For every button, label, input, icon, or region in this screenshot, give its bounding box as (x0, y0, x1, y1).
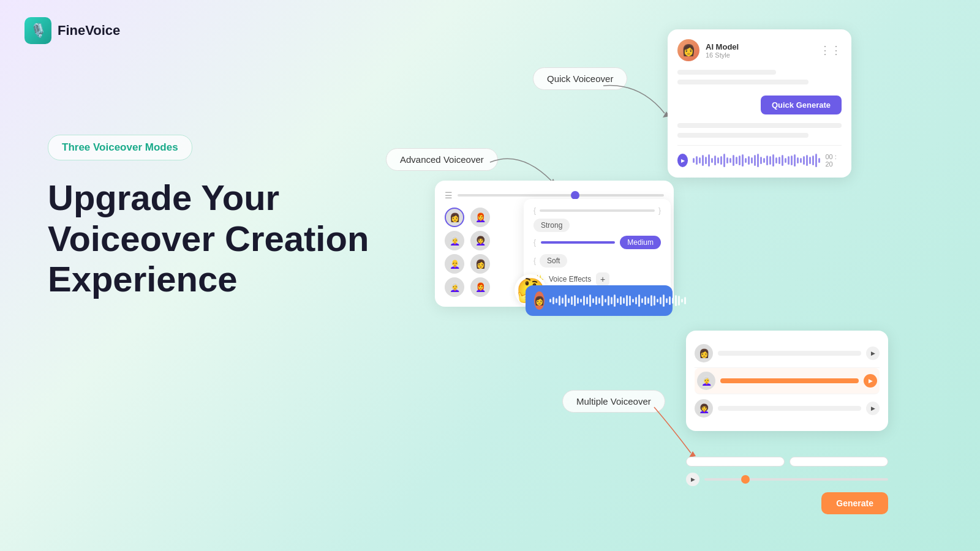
label-advanced-voiceover: Advanced Voiceover (386, 148, 498, 171)
app-logo-icon: 🎙️ (24, 17, 51, 44)
left-content-area: Three Voiceover Modes Upgrade Your Voice… (48, 135, 369, 300)
label-multiple-voiceover: Multiple Voiceover (562, 390, 665, 413)
voice-avatar-5: 👩‍🦲 (445, 254, 464, 274)
voice-avatar-8: 👩‍🦰 (470, 277, 490, 297)
slider-thumb[interactable] (571, 191, 579, 200)
skeleton-4 (677, 133, 809, 138)
multi-play-1[interactable]: ▶ (866, 347, 880, 360)
gen-slider-thumb[interactable] (741, 475, 750, 484)
skeleton-2 (677, 80, 809, 84)
export-button-2[interactable] (790, 457, 888, 467)
effect-tag-medium: Medium (620, 236, 661, 249)
multi-row-2[interactable]: 👩‍🦳 ▶ (695, 368, 880, 394)
bottom-generate-section: ▶ Generate (686, 457, 888, 514)
multi-row-3[interactable]: 👩‍🦱 ▶ (695, 394, 880, 422)
play-button-quick[interactable]: ▶ (677, 154, 688, 167)
multiple-voiceover-panel: 👩 ▶ 👩‍🦳 ▶ 👩‍🦱 ▶ (686, 331, 888, 431)
app-name: FineVoice (58, 23, 120, 39)
model-avatar: 👩 (677, 39, 699, 61)
effect-bar (541, 241, 615, 244)
arrow-quick (603, 80, 677, 122)
effect-tag-soft: Soft (540, 254, 567, 268)
mode-badge: Three Voiceover Modes (48, 135, 192, 160)
generate-buttons-row (686, 457, 888, 467)
export-button-1[interactable] (686, 457, 785, 467)
page-title: Upgrade Your Voiceover Creation Experien… (48, 178, 369, 300)
voice-avatar-1: 👩 (445, 208, 464, 227)
voice-avatar-4: 👩‍🦱 (470, 231, 490, 250)
audio-waveform (549, 294, 686, 307)
menu-icon[interactable]: ⋮⋮ (820, 43, 842, 57)
effects-panel: { } Strong { Medium { Soft ✨ Voice Effec… (524, 199, 671, 293)
multi-avatar-1: 👩 (695, 344, 713, 362)
multi-play-2[interactable]: ▶ (864, 374, 877, 388)
voice-avatar-2: 👩‍🦰 (470, 208, 490, 227)
voice-avatar-7: 👩‍🦳 (445, 277, 464, 297)
hamburger-icon: ☰ (445, 190, 453, 200)
quick-voiceover-card: 👩 AI Model 16 Style ⋮⋮ Quick Generate ▶ (668, 29, 851, 178)
model-sub: 16 Style (706, 51, 739, 59)
quick-generate-button[interactable]: Quick Generate (761, 96, 842, 114)
multi-bar-2 (720, 378, 859, 383)
slider-track[interactable] (458, 194, 664, 197)
effects-label: Voice Effects (549, 275, 591, 283)
app-header: 🎙️ FineVoice (24, 17, 120, 44)
time-label: 00 : 20 (825, 153, 842, 168)
gen-play-button[interactable]: ▶ (686, 473, 699, 486)
model-name: AI Model (706, 42, 739, 51)
multi-play-3[interactable]: ▶ (866, 402, 880, 415)
multi-bar-1 (718, 351, 861, 356)
multi-avatar-3: 👩‍🦱 (695, 399, 713, 418)
voice-avatar-3: 👩‍🦳 (445, 231, 464, 250)
effects-add-button[interactable]: + (596, 272, 609, 286)
effect-tag-strong: Strong (533, 219, 570, 232)
skeleton-1 (677, 70, 776, 75)
voice-avatar-6: 👩 (470, 254, 490, 274)
audio-result-avatar: 👩 (534, 291, 545, 310)
multi-avatar-2: 👩‍🦳 (697, 372, 715, 390)
waveform-quick (693, 154, 820, 167)
skeleton-3 (677, 123, 842, 128)
gen-slider[interactable] (704, 478, 888, 481)
multi-row-1[interactable]: 👩 ▶ (695, 339, 880, 368)
multi-bar-3 (718, 406, 861, 411)
audio-result-panel: 👩 (526, 285, 673, 316)
generate-button[interactable]: Generate (821, 492, 888, 514)
